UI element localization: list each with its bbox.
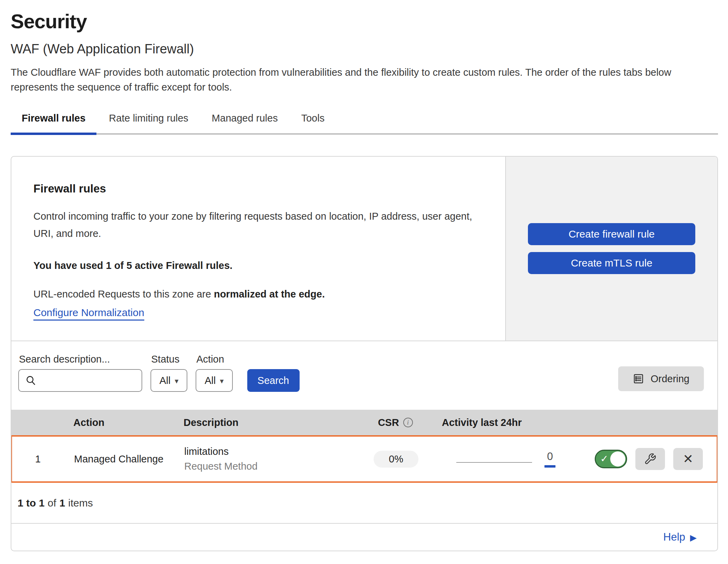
help-arrow-icon[interactable]: ▶	[690, 533, 697, 543]
pagination-items: items	[68, 497, 93, 509]
normalization-note-bold: normalized at the edge.	[214, 289, 325, 300]
status-label: Status	[150, 354, 187, 365]
create-firewall-rule-button[interactable]: Create firewall rule	[528, 223, 695, 245]
chevron-down-icon: ▾	[175, 377, 178, 386]
delete-rule-button[interactable]: ✕	[673, 448, 703, 470]
rule-controls: ✓ ✕	[570, 448, 717, 470]
column-description: Description	[173, 417, 359, 428]
column-activity: Activity last 24hr	[431, 417, 569, 428]
rules-table-header: Action Description CSR i Activity last 2…	[11, 410, 717, 435]
card-top-section: Firewall rules Control incoming traffic …	[11, 157, 717, 341]
activity-count: 0	[547, 450, 553, 463]
tab-tools[interactable]: Tools	[290, 111, 336, 133]
tab-managed-rules[interactable]: Managed rules	[201, 111, 289, 133]
toggle-knob	[610, 451, 625, 467]
action-dropdown[interactable]: All ▾	[196, 369, 232, 392]
tab-rate-limiting-rules[interactable]: Rate limiting rules	[98, 111, 199, 133]
chevron-down-icon: ▾	[220, 377, 224, 386]
activity-count-link[interactable]: 0	[544, 450, 555, 468]
rule-description-cell: limitations Request Method	[174, 446, 360, 472]
create-rule-panel: Create firewall rule Create mTLS rule	[505, 157, 717, 341]
table-row[interactable]: 1 Managed Challenge limitations Request …	[11, 435, 718, 483]
ordering-list-icon	[633, 373, 644, 385]
page-title: Security	[11, 10, 718, 33]
ordering-button-label: Ordering	[651, 373, 689, 385]
help-link[interactable]: Help	[663, 531, 685, 543]
page-description: The Cloudflare WAF provides both automat…	[11, 65, 710, 95]
normalization-note-text: URL-encoded Requests to this zone are	[33, 289, 214, 300]
rule-enabled-toggle[interactable]: ✓	[595, 450, 627, 468]
rule-expression: Request Method	[184, 461, 360, 472]
pagination-summary: 1 to 1 of 1 items	[11, 483, 717, 523]
pagination-of: of	[48, 497, 56, 509]
csr-badge: 0%	[374, 451, 418, 468]
firewall-rules-info: Firewall rules Control incoming traffic …	[11, 157, 505, 341]
page-subtitle: WAF (Web Application Firewall)	[11, 42, 718, 56]
section-heading: Firewall rules	[33, 182, 485, 195]
status-dropdown-value: All	[159, 375, 170, 386]
column-csr: CSR i	[359, 417, 431, 428]
normalization-note: URL-encoded Requests to this zone are no…	[33, 289, 485, 300]
edit-rule-button[interactable]	[635, 448, 665, 470]
tab-firewall-rules[interactable]: Firewall rules	[11, 111, 96, 133]
rule-action: Managed Challenge	[64, 453, 174, 465]
activity-count-underline	[544, 465, 555, 468]
action-dropdown-value: All	[205, 375, 216, 386]
help-row: Help ▶	[11, 523, 717, 551]
pagination-total: 1	[59, 497, 65, 509]
search-button[interactable]: Search	[247, 369, 300, 392]
search-group: Search description...	[18, 354, 142, 392]
activity-sparkline	[456, 462, 532, 463]
rule-priority: 1	[12, 453, 64, 465]
column-action: Action	[63, 417, 173, 428]
rule-csr-cell: 0%	[360, 451, 432, 468]
rules-filter-bar: Search description... Status All ▾	[11, 341, 717, 410]
action-filter-group: Action All ▾	[196, 354, 232, 392]
action-label: Action	[196, 354, 232, 365]
search-icon	[25, 375, 37, 386]
search-label: Search description...	[18, 354, 142, 365]
usage-summary: You have used 1 of 5 active Firewall rul…	[33, 260, 485, 271]
wrench-icon	[644, 453, 656, 465]
security-waf-page: Security WAF (Web Application Firewall) …	[0, 0, 728, 551]
search-input[interactable]	[40, 375, 142, 386]
ordering-button[interactable]: Ordering	[618, 366, 704, 391]
pagination-range: 1 to 1	[18, 497, 44, 509]
create-mtls-rule-button[interactable]: Create mTLS rule	[528, 252, 695, 274]
column-csr-label: CSR	[378, 417, 399, 428]
section-description: Control incoming traffic to your zone by…	[33, 208, 474, 242]
check-icon: ✓	[600, 453, 608, 464]
firewall-rules-card: Firewall rules Control incoming traffic …	[11, 156, 718, 551]
rule-activity-cell: 0	[432, 450, 570, 468]
waf-tab-bar: Firewall rules Rate limiting rules Manag…	[11, 111, 718, 135]
status-filter-group: Status All ▾	[150, 354, 187, 392]
search-box[interactable]	[18, 369, 142, 392]
info-icon[interactable]: i	[403, 418, 413, 427]
status-dropdown[interactable]: All ▾	[150, 369, 187, 392]
close-icon: ✕	[683, 452, 693, 466]
configure-normalization-link[interactable]: Configure Normalization	[33, 307, 144, 321]
rule-description: limitations	[184, 446, 360, 457]
